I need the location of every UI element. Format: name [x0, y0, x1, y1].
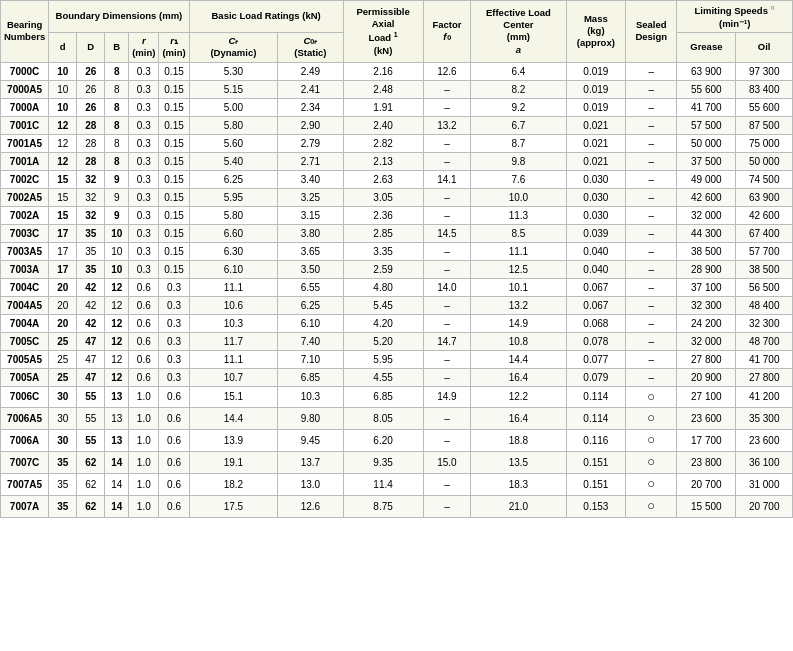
dimension-d-cell: 30 [49, 386, 77, 408]
basic-load-C0r-cell: 2.34 [278, 98, 344, 116]
dimension-r1-cell: 0.15 [159, 170, 189, 188]
dimension-B-cell: 14 [105, 452, 129, 474]
mass-cell: 0.114 [566, 408, 626, 430]
dimension-B-cell: 8 [105, 62, 129, 80]
basic-load-Cr-cell: 11.1 [189, 350, 277, 368]
dimension-B-cell: 8 [105, 152, 129, 170]
grease-speed-cell: 44 300 [677, 224, 736, 242]
sealed-design-cell: – [626, 224, 677, 242]
dimension-r-cell: 0.3 [129, 224, 159, 242]
table-row: 7000C102680.30.155.302.492.1612.66.40.01… [1, 62, 793, 80]
dimension-d-cell: 17 [49, 224, 77, 242]
table-row: 7000A5102680.30.155.152.412.48–8.20.019–… [1, 80, 793, 98]
dimension-B-cell: 12 [105, 296, 129, 314]
oil-speed-cell: 87 500 [736, 116, 793, 134]
factor-cell: – [423, 80, 471, 98]
bearing-number-cell: 7004A [1, 314, 49, 332]
grease-speed-cell: 27 800 [677, 350, 736, 368]
dimension-r-cell: 0.3 [129, 80, 159, 98]
sealed-design-cell: ○ [626, 408, 677, 430]
basic-load-Cr-cell: 5.15 [189, 80, 277, 98]
effective-load-cell: 10.0 [471, 188, 566, 206]
basic-load-Cr-cell: 5.95 [189, 188, 277, 206]
mass-cell: 0.021 [566, 116, 626, 134]
dimension-r-cell: 0.3 [129, 170, 159, 188]
dimension-r1-cell: 0.15 [159, 260, 189, 278]
grease-speed-cell: 37 500 [677, 152, 736, 170]
factor-cell: – [423, 134, 471, 152]
dimension-D-cell: 47 [77, 332, 105, 350]
permissible-axial-cell: 6.20 [343, 430, 423, 452]
permissible-axial-cell: 11.4 [343, 474, 423, 496]
factor-cell: – [423, 368, 471, 386]
dimension-D-cell: 28 [77, 134, 105, 152]
effective-load-cell: 14.9 [471, 314, 566, 332]
mass-cell: 0.039 [566, 224, 626, 242]
dimension-r1-cell: 0.15 [159, 98, 189, 116]
factor-cell: 14.7 [423, 332, 471, 350]
dimension-r1-cell: 0.15 [159, 206, 189, 224]
table-row: 7004C2042120.60.311.16.554.8014.010.10.0… [1, 278, 793, 296]
dimension-D-cell: 26 [77, 80, 105, 98]
table-row: 7006C3055131.00.615.110.36.8514.912.20.1… [1, 386, 793, 408]
grease-speed-cell: 27 100 [677, 386, 736, 408]
bearing-number-cell: 7004A5 [1, 296, 49, 314]
bearing-number-cell: 7005C [1, 332, 49, 350]
basic-load-C0r-cell: 2.41 [278, 80, 344, 98]
mass-cell: 0.040 [566, 260, 626, 278]
dimension-d-cell: 25 [49, 350, 77, 368]
basic-load-Cr-cell: 5.80 [189, 206, 277, 224]
dimension-r-cell: 0.3 [129, 116, 159, 134]
table-row: 7005A52547120.60.311.17.105.95–14.40.077… [1, 350, 793, 368]
permissible-axial-cell: 4.80 [343, 278, 423, 296]
dimension-B-cell: 14 [105, 495, 129, 517]
mass-header: Mass(kg)(approx) [566, 1, 626, 63]
dimension-r1-cell: 0.6 [159, 452, 189, 474]
dimension-d-cell: 35 [49, 495, 77, 517]
dimension-r-cell: 0.6 [129, 314, 159, 332]
dimension-D-cell: 28 [77, 116, 105, 134]
sealed-design-cell: ○ [626, 430, 677, 452]
dimension-D-cell: 62 [77, 452, 105, 474]
dimension-r-cell: 1.0 [129, 430, 159, 452]
sealed-design-cell: – [626, 296, 677, 314]
dimension-r-cell: 0.3 [129, 242, 159, 260]
permissible-axial-cell: 2.82 [343, 134, 423, 152]
table-row: 7002A153290.30.155.803.152.36–11.30.030–… [1, 206, 793, 224]
basic-load-C0r-cell: 6.10 [278, 314, 344, 332]
sealed-design-cell: – [626, 116, 677, 134]
basic-load-Cr-cell: 11.7 [189, 332, 277, 350]
permissible-axial-cell: 6.85 [343, 386, 423, 408]
basic-load-Cr-cell: 6.10 [189, 260, 277, 278]
basic-load-C0r-cell: 12.6 [278, 495, 344, 517]
dimension-D-cell: 42 [77, 296, 105, 314]
factor-cell: – [423, 242, 471, 260]
table-row: 7005A2547120.60.310.76.854.55–16.40.079–… [1, 368, 793, 386]
dimension-r-cell: 1.0 [129, 495, 159, 517]
bearing-table-container: Bearing Numbers Boundary Dimensions (mm)… [0, 0, 793, 518]
basic-load-Cr-cell: 5.00 [189, 98, 277, 116]
dimension-B-cell: 10 [105, 260, 129, 278]
factor-cell: 14.9 [423, 386, 471, 408]
bearing-numbers-header: Bearing Numbers [1, 1, 49, 63]
table-row: 7003A1735100.30.156.103.502.59–12.50.040… [1, 260, 793, 278]
factor-cell: 14.1 [423, 170, 471, 188]
basic-load-Cr-cell: 15.1 [189, 386, 277, 408]
permissible-axial-cell: 5.95 [343, 350, 423, 368]
dimension-r-cell: 1.0 [129, 452, 159, 474]
grease-speed-cell: 42 600 [677, 188, 736, 206]
basic-load-C0r-cell: 10.3 [278, 386, 344, 408]
mass-cell: 0.068 [566, 314, 626, 332]
grease-speed-cell: 63 900 [677, 62, 736, 80]
basic-load-C0r-cell: 9.80 [278, 408, 344, 430]
mass-cell: 0.030 [566, 206, 626, 224]
mass-cell: 0.067 [566, 296, 626, 314]
basic-load-C0r-cell: 3.40 [278, 170, 344, 188]
dimension-d-cell: 20 [49, 296, 77, 314]
effective-load-cell: 8.5 [471, 224, 566, 242]
sealed-design-cell: ○ [626, 386, 677, 408]
bearing-number-cell: 7007A [1, 495, 49, 517]
oil-speed-cell: 41 200 [736, 386, 793, 408]
sealed-design-cell: ○ [626, 452, 677, 474]
basic-load-Cr-cell: 10.7 [189, 368, 277, 386]
